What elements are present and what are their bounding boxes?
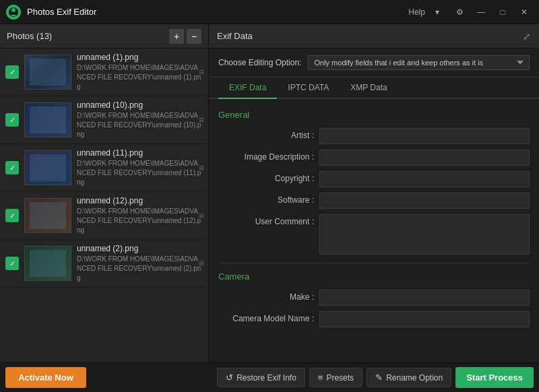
photo-thumbnail bbox=[24, 246, 71, 281]
photo-filename: unnamed (11).png bbox=[77, 148, 203, 158]
camera-model-input[interactable] bbox=[319, 311, 530, 327]
photo-checkbox[interactable]: ✓ bbox=[5, 65, 19, 79]
photo-info: unnamed (2).png D:\WORK FROM HOME\IMAGES… bbox=[77, 244, 203, 283]
copyright-input[interactable] bbox=[319, 171, 530, 187]
presets-button[interactable]: ≡ Presets bbox=[309, 368, 362, 387]
presets-icon: ≡ bbox=[318, 372, 323, 383]
artist-input[interactable] bbox=[319, 128, 530, 144]
make-label: Make : bbox=[218, 290, 319, 302]
restore-exif-info-button[interactable]: ↺ Restore Exif Info bbox=[217, 368, 305, 387]
photo-checkbox[interactable]: ✓ bbox=[5, 113, 19, 127]
photo-checkbox[interactable]: ✓ bbox=[5, 161, 19, 174]
photo-filename: unnamed (1).png bbox=[77, 53, 203, 62]
presets-label: Presets bbox=[326, 373, 354, 383]
tabs-row: EXIF Data IPTC DATA XMP Data bbox=[209, 77, 539, 99]
rename-option-button[interactable]: ✎ Rename Option bbox=[367, 368, 451, 387]
list-item[interactable]: ✓ unnamed (12).png D:\WORK FROM HOME\IMA… bbox=[0, 192, 208, 240]
editing-option-row: Choose Editing Option: Only modify field… bbox=[209, 48, 539, 77]
photo-info: unnamed (1).png D:\WORK FROM HOME\IMAGES… bbox=[77, 53, 203, 92]
exif-panel-title: Exif Data bbox=[217, 31, 523, 41]
form-area: General Artist : Image Description : Cop… bbox=[209, 99, 539, 362]
form-row-software: Software : bbox=[218, 193, 530, 209]
form-row-copyright: Copyright : bbox=[218, 171, 530, 187]
image-description-label: Image Description : bbox=[218, 150, 319, 162]
photos-panel-title: Photos (13) bbox=[7, 31, 169, 41]
rename-icon: ✎ bbox=[375, 372, 383, 383]
photo-filename: unnamed (2).png bbox=[77, 244, 203, 253]
list-item[interactable]: ✓ unnamed (1).png D:\WORK FROM HOME\IMAG… bbox=[0, 48, 208, 96]
photo-info: unnamed (10).png D:\WORK FROM HOME\IMAGE… bbox=[77, 100, 203, 139]
software-label: Software : bbox=[218, 193, 319, 205]
app-logo bbox=[5, 4, 22, 20]
software-input[interactable] bbox=[319, 193, 530, 209]
photo-filepath: D:\WORK FROM HOME\IMAGES\ADVANCED FILE R… bbox=[77, 255, 203, 283]
list-item[interactable]: ✓ unnamed (11).png D:\WORK FROM HOME\IMA… bbox=[0, 144, 208, 192]
activate-now-button[interactable]: Activate Now bbox=[5, 367, 86, 388]
gear-button[interactable]: ⚙ bbox=[450, 3, 469, 22]
list-item[interactable]: ✓ unnamed (2).png D:\WORK FROM HOME\IMAG… bbox=[0, 240, 208, 288]
user-comment-label: User Comment : bbox=[218, 214, 319, 226]
help-label: Help bbox=[404, 6, 429, 18]
photo-thumbnail bbox=[24, 55, 71, 90]
right-panel-header: Exif Data ⤢ bbox=[209, 24, 539, 48]
photo-checkbox[interactable]: ✓ bbox=[5, 209, 19, 222]
photo-checkbox[interactable]: ✓ bbox=[5, 257, 19, 270]
maximize-button[interactable]: □ bbox=[493, 3, 512, 22]
minimize-button[interactable]: — bbox=[472, 3, 490, 22]
bottom-bar: Activate Now ↺ Restore Exif Info ≡ Prese… bbox=[0, 362, 539, 392]
section-title-camera: Camera bbox=[218, 271, 530, 282]
form-row-user-comment: User Comment : bbox=[218, 214, 530, 255]
tab-xmp-data[interactable]: XMP Data bbox=[340, 77, 398, 99]
app-title: Photos Exif Editor bbox=[27, 7, 400, 17]
photo-menu-icon[interactable]: ≡ bbox=[199, 258, 204, 269]
photo-filepath: D:\WORK FROM HOME\IMAGES\ADVANCED FILE R… bbox=[77, 159, 203, 187]
restore-icon: ↺ bbox=[226, 372, 233, 383]
help-button[interactable]: Help ▾ bbox=[400, 5, 447, 20]
photo-filepath: D:\WORK FROM HOME\IMAGES\ADVANCED FILE R… bbox=[77, 111, 203, 139]
remove-photo-button[interactable]: − bbox=[187, 29, 201, 44]
main-layout: Photos (13) + − ✓ unnamed (1).png D:\WOR… bbox=[0, 24, 539, 362]
photo-list: ✓ unnamed (1).png D:\WORK FROM HOME\IMAG… bbox=[0, 48, 208, 362]
camera-model-label: Camera Model Name : bbox=[218, 311, 319, 323]
expand-icon[interactable]: ⤢ bbox=[523, 31, 531, 42]
left-panel: Photos (13) + − ✓ unnamed (1).png D:\WOR… bbox=[0, 24, 209, 362]
title-bar: Photos Exif Editor Help ▾ ⚙ — □ ✕ bbox=[0, 0, 539, 24]
photo-filename: unnamed (12).png bbox=[77, 196, 203, 205]
photo-menu-icon[interactable]: ≡ bbox=[199, 210, 204, 221]
photo-info: unnamed (12).png D:\WORK FROM HOME\IMAGE… bbox=[77, 196, 203, 235]
svg-point-2 bbox=[11, 8, 15, 12]
panel-add-remove-buttons: + − bbox=[169, 29, 201, 44]
tab-iptc-data[interactable]: IPTC DATA bbox=[277, 77, 340, 99]
add-photo-button[interactable]: + bbox=[169, 29, 184, 44]
help-chevron: ▾ bbox=[431, 6, 443, 18]
user-comment-input[interactable] bbox=[319, 214, 530, 255]
photo-menu-icon[interactable]: ≡ bbox=[199, 67, 204, 77]
photo-info: unnamed (11).png D:\WORK FROM HOME\IMAGE… bbox=[77, 148, 203, 187]
photo-thumbnail bbox=[24, 150, 71, 185]
form-row-artist: Artist : bbox=[218, 128, 530, 144]
list-item[interactable]: ✓ unnamed (10).png D:\WORK FROM HOME\IMA… bbox=[0, 96, 208, 144]
photo-thumbnail bbox=[24, 102, 71, 137]
title-actions: Help ▾ ⚙ — □ ✕ bbox=[400, 3, 534, 22]
section-divider bbox=[218, 263, 530, 263]
photo-filepath: D:\WORK FROM HOME\IMAGES\ADVANCED FILE R… bbox=[77, 207, 203, 235]
editing-option-label: Choose Editing Option: bbox=[218, 58, 301, 67]
close-button[interactable]: ✕ bbox=[515, 3, 534, 22]
image-description-input[interactable] bbox=[319, 150, 530, 166]
photo-menu-icon[interactable]: ≡ bbox=[199, 162, 204, 173]
form-row-make: Make : bbox=[218, 290, 530, 306]
copyright-label: Copyright : bbox=[218, 171, 319, 183]
section-title-general: General bbox=[218, 110, 530, 120]
start-process-button[interactable]: Start Process bbox=[455, 367, 534, 388]
editing-option-select[interactable]: Only modify fields that i edit and keep … bbox=[308, 55, 530, 70]
restore-label: Restore Exif Info bbox=[236, 373, 296, 383]
form-row-image-description: Image Description : bbox=[218, 150, 530, 166]
photo-filename: unnamed (10).png bbox=[77, 100, 203, 110]
make-input[interactable] bbox=[319, 290, 530, 306]
tab-exif-data[interactable]: EXIF Data bbox=[218, 77, 277, 99]
right-panel: Exif Data ⤢ Choose Editing Option: Only … bbox=[209, 24, 539, 362]
photo-filepath: D:\WORK FROM HOME\IMAGES\ADVANCED FILE R… bbox=[77, 63, 203, 92]
artist-label: Artist : bbox=[218, 128, 319, 140]
photo-thumbnail bbox=[24, 198, 71, 233]
photo-menu-icon[interactable]: ≡ bbox=[199, 115, 204, 125]
